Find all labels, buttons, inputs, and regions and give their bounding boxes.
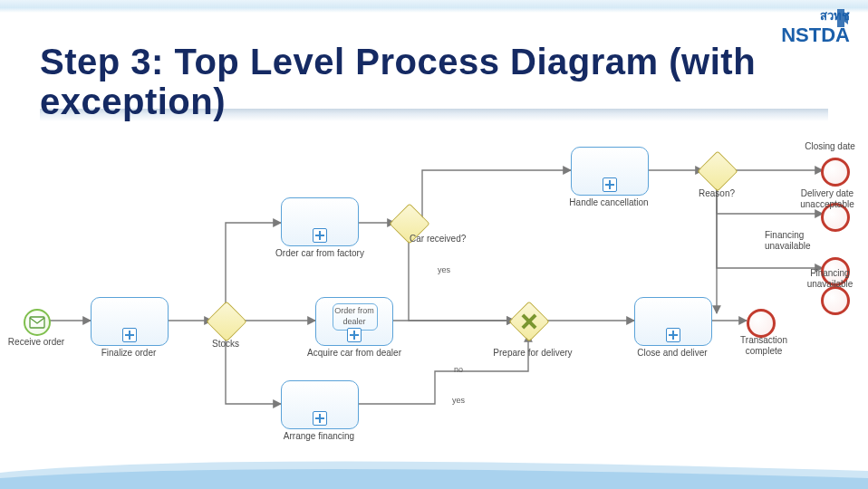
task-acquire-car-from-dealer: Order from dealer bbox=[315, 297, 393, 346]
task-arrange-financing-label: Arrange financing bbox=[272, 431, 366, 442]
end-event-closing-date bbox=[821, 158, 850, 187]
subtask-order-from-dealer-label: Order from dealer bbox=[316, 305, 392, 327]
gateway-stocks-label: Stocks bbox=[201, 339, 250, 350]
gateway-reason-label: Reason? bbox=[687, 188, 747, 199]
slide-title: Step 3: Top Level Process Diagram (with … bbox=[40, 42, 756, 121]
end-event-financing-unavailable-1-label: Financing unavailable bbox=[765, 230, 828, 252]
task-finalize-order-label: Finalize order bbox=[91, 348, 167, 359]
end-event-delivery-date-unacceptable-label: Delivery date unacceptable bbox=[786, 188, 868, 210]
gateway-reason bbox=[703, 157, 730, 184]
task-acquire-car-from-dealer-label: Acquire car from dealer bbox=[304, 348, 404, 359]
gateway-stocks bbox=[212, 307, 239, 334]
task-order-car-from-factory-label: Order car from factory bbox=[270, 248, 370, 259]
subprocess-marker-icon bbox=[122, 328, 137, 342]
subprocess-marker-icon bbox=[347, 328, 362, 342]
task-prepare-for-delivery-label: Prepare for delivery bbox=[489, 348, 576, 359]
end-event-financing-unavailable-2 bbox=[821, 286, 850, 315]
bpmn-diagram: Receive order Finalize order Stocks Orde… bbox=[0, 132, 868, 458]
end-event-transaction-complete-label: Transaction complete bbox=[728, 335, 799, 357]
subprocess-marker-icon bbox=[313, 411, 327, 426]
sequence-flows bbox=[0, 132, 868, 458]
start-event-label: Receive order bbox=[0, 337, 72, 348]
task-arrange-financing bbox=[281, 380, 359, 429]
svg-rect-0 bbox=[30, 317, 44, 328]
flow-label-yes-1: yes bbox=[431, 264, 457, 275]
flow-label-yes-2: yes bbox=[448, 395, 469, 406]
task-handle-cancellation bbox=[571, 147, 649, 196]
end-event-closing-date-label: Closing date bbox=[792, 141, 868, 152]
start-event-receive-order bbox=[24, 309, 51, 336]
gateway-car-received bbox=[395, 209, 422, 236]
subprocess-marker-icon bbox=[313, 228, 327, 243]
end-event-financing-unavailable-2-label: Financing unavailable bbox=[792, 268, 868, 290]
task-order-car-from-factory bbox=[281, 197, 359, 246]
subprocess-marker-icon bbox=[666, 328, 680, 342]
end-event-transaction-complete bbox=[747, 309, 776, 338]
task-finalize-order bbox=[91, 297, 169, 346]
task-close-and-deliver bbox=[634, 297, 712, 346]
task-close-and-deliver-label: Close and deliver bbox=[629, 348, 716, 359]
flow-label-no: no bbox=[448, 364, 469, 375]
gateway-car-received-label: Car received? bbox=[410, 234, 482, 244]
subprocess-marker-icon bbox=[603, 177, 617, 192]
task-handle-cancellation-label: Handle cancellation bbox=[560, 197, 658, 208]
gateway-parallel-join bbox=[515, 307, 542, 334]
